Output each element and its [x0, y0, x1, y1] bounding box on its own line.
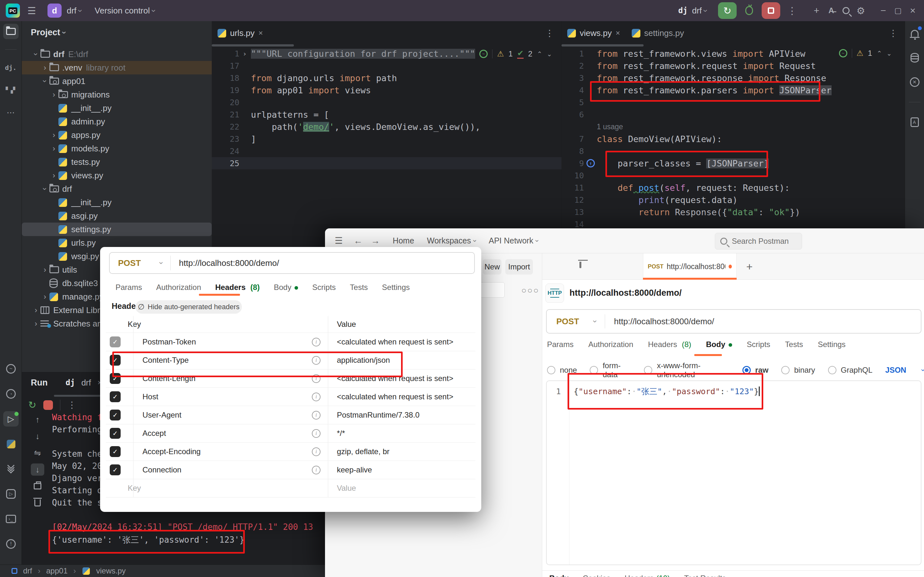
tree-item--init-py[interactable]: __init__.py	[22, 196, 212, 209]
documentation-icon[interactable]: A	[907, 114, 922, 130]
tab-views-py[interactable]: views.py ×	[561, 21, 626, 45]
header-checkbox[interactable]: ✓	[110, 428, 121, 439]
delete-request-icon[interactable]	[579, 262, 581, 268]
code-area-views[interactable]: 1from rest_framework.views import APIVie…	[561, 47, 905, 230]
tab-params[interactable]: Params	[116, 283, 142, 292]
ai-assistant-icon[interactable]: ✕	[907, 74, 922, 90]
request-url-bar[interactable]: POST › http://localhost:8000/demo/	[109, 252, 475, 274]
response-tab-tests[interactable]: Test Results	[684, 574, 726, 577]
tab-close-icon[interactable]: ×	[259, 29, 263, 37]
header-row-accept[interactable]: ✓Accepti*/*	[106, 424, 476, 443]
tab-headers[interactable]: Headers (8)	[215, 283, 260, 292]
vcs-menu[interactable]: Version control	[95, 6, 150, 16]
postman-menu-icon[interactable]: ☰	[335, 235, 343, 246]
tab-body[interactable]: Body	[274, 283, 298, 292]
breadcrumb-package[interactable]: app01	[46, 566, 68, 575]
header-row-accept-encoding[interactable]: ✓Accept-Encodingigzip, deflate, br	[106, 443, 476, 461]
chevron-right-icon[interactable]: ›	[31, 319, 40, 328]
body-language-select[interactable]: JSON	[885, 366, 906, 375]
tab-settings-py[interactable]: settings.py	[626, 21, 690, 45]
run-more-icon[interactable]: ⋮	[68, 400, 76, 410]
tab-authorization[interactable]: Authorization	[589, 340, 633, 349]
rerun-icon[interactable]: ↻	[28, 399, 36, 411]
header-key[interactable]: Accept	[142, 429, 166, 438]
restore-icon[interactable]: ▢	[891, 3, 905, 18]
header-key[interactable]: Connection	[142, 466, 181, 474]
tree-item--venv[interactable]: ›.venvlibrary root	[22, 61, 212, 74]
tree-item-drf[interactable]: ›drf	[22, 182, 212, 196]
search-everywhere-icon[interactable]	[839, 3, 853, 18]
request-url-bar[interactable]: POST › http://localhost:8000/demo/	[546, 309, 921, 334]
forward-icon[interactable]: →	[371, 236, 380, 246]
header-value[interactable]: gzip, deflate, br	[337, 447, 390, 456]
header-checkbox[interactable]: ✓	[110, 391, 121, 402]
tab-scripts[interactable]: Scripts	[747, 340, 770, 349]
nav-home[interactable]: Home	[393, 236, 414, 245]
terminal-icon[interactable]: ›_	[3, 511, 19, 527]
header-checkbox[interactable]: ✓	[110, 446, 121, 457]
run-config-chevron-icon[interactable]: ›	[701, 9, 711, 12]
vcs-chevron-icon[interactable]: ›	[149, 9, 159, 12]
sidebar-more-icon[interactable]: ○○○	[521, 285, 539, 295]
rerun-button[interactable]: ↻	[718, 2, 737, 19]
code-area-urls[interactable]: 1›"""URL configuration for drf project..…	[212, 47, 561, 169]
close-icon[interactable]: ×	[905, 3, 920, 18]
language-chevron-icon[interactable]: ›	[919, 369, 924, 371]
database-icon[interactable]	[907, 50, 922, 65]
stop-icon[interactable]	[43, 400, 53, 410]
header-row-host[interactable]: ✓Hosti<calculated when request is sent>	[106, 388, 476, 406]
key-placeholder[interactable]: Key	[128, 484, 141, 493]
tree-item-apps-py[interactable]: ›apps.py	[22, 128, 212, 142]
chevron-right-icon[interactable]: ›	[49, 90, 58, 99]
body-mode-binary[interactable]: binary	[781, 366, 815, 375]
minimize-icon[interactable]: −	[876, 3, 891, 18]
project-panel-chevron-icon[interactable]: ›	[59, 31, 69, 34]
hide-auto-headers-button[interactable]: ∅ Hide auto-generated headers	[135, 300, 242, 314]
code-with-me-icon[interactable]: +	[809, 3, 824, 18]
chevron-down-icon[interactable]: ›	[31, 50, 40, 59]
header-value[interactable]: <calculated when request is sent>	[337, 337, 453, 347]
down-icon[interactable]: ↓	[31, 430, 44, 442]
header-key[interactable]: User-Agent	[142, 411, 181, 419]
problems-icon[interactable]: !	[3, 536, 19, 552]
header-value[interactable]: PostmanRuntime/7.38.0	[337, 411, 419, 419]
python-packages-icon[interactable]	[3, 436, 19, 451]
tab-headers[interactable]: Headers (8)	[648, 340, 692, 349]
breadcrumb-project[interactable]: drf	[23, 566, 32, 575]
scrollbar-thumb[interactable]	[212, 44, 294, 47]
tree-item-views-py[interactable]: ›views.py	[22, 169, 212, 182]
chevron-right-icon[interactable]: ›	[40, 265, 49, 274]
back-icon[interactable]: ←	[353, 236, 363, 246]
chevron-right-icon[interactable]: ›	[31, 306, 40, 314]
tab-settings[interactable]: Settings	[382, 283, 410, 292]
url-input[interactable]: http://localhost:8000/demo/	[614, 317, 714, 327]
breadcrumb-file[interactable]: views.py	[96, 566, 126, 575]
chevron-right-icon[interactable]: ›	[49, 131, 58, 140]
profiler-icon[interactable]: ◔	[3, 386, 19, 401]
tab-params[interactable]: Params	[547, 340, 574, 349]
tab-body[interactable]: Body	[706, 340, 732, 349]
tab-tests[interactable]: Tests	[785, 340, 803, 349]
body-mode-GraphQL[interactable]: GraphQL	[828, 366, 872, 375]
method-select[interactable]: POST	[118, 258, 141, 268]
project-folder-icon[interactable]	[3, 24, 19, 39]
tab-urls-py[interactable]: urls.py ×	[212, 21, 269, 45]
project-name[interactable]: drf	[67, 6, 76, 16]
info-icon[interactable]: i	[312, 411, 321, 419]
header-row-user-agent[interactable]: ✓User-AgentiPostmanRuntime/7.38.0	[106, 406, 476, 424]
endpoints-icon[interactable]: ~	[3, 361, 19, 377]
python-console-icon[interactable]: ▷	[3, 486, 19, 501]
header-key[interactable]: Accept-Encoding	[142, 447, 200, 456]
project-panel-title[interactable]: Project	[31, 27, 60, 37]
header-row-connection[interactable]: ✓Connectionikeep-alive	[106, 461, 476, 479]
tab-close-icon[interactable]: ×	[616, 29, 620, 37]
chevron-right-icon[interactable]: ›	[40, 292, 49, 301]
header-checkbox[interactable]: ✓	[110, 464, 121, 475]
header-checkbox[interactable]: ✓	[110, 337, 121, 347]
debug-button[interactable]	[742, 3, 756, 18]
tree-item-settings-py[interactable]: settings.py	[22, 222, 212, 236]
chevron-down-icon[interactable]: ›	[40, 77, 49, 85]
header-value[interactable]: */*	[337, 429, 345, 438]
header-checkbox[interactable]: ✓	[110, 409, 121, 421]
tree-item-app01[interactable]: ›app01	[22, 74, 212, 88]
